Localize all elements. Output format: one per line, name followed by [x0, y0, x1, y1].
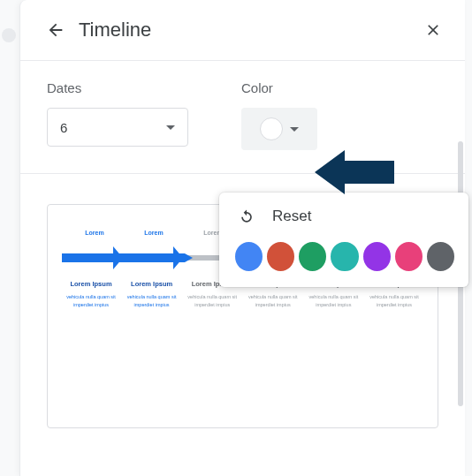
color-swatch[interactable]: [267, 242, 294, 271]
background-decoration: [2, 28, 16, 42]
chevron-down-icon: [290, 127, 299, 132]
divider: [20, 173, 465, 174]
preview-header: Lorem: [126, 230, 181, 236]
preview-column: Lorem Ipsumvehicula nulla quam sit imper…: [125, 280, 179, 309]
dates-label: Dates: [47, 80, 188, 95]
reset-label: Reset: [272, 208, 311, 225]
close-button[interactable]: [419, 16, 447, 44]
reset-row[interactable]: Reset: [233, 207, 454, 226]
color-swatch[interactable]: [235, 242, 263, 271]
color-swatch[interactable]: [299, 242, 326, 271]
color-select[interactable]: [241, 108, 317, 150]
annotation-arrow-icon: [315, 150, 394, 194]
dates-value: 6: [60, 120, 67, 135]
current-color-swatch: [260, 117, 283, 140]
panel-header: Timeline: [20, 0, 465, 61]
color-label: Color: [241, 80, 317, 95]
controls-row: Dates 6 Color: [20, 61, 465, 173]
color-swatch-row: [233, 242, 454, 271]
dates-group: Dates 6: [47, 80, 188, 150]
close-icon: [424, 21, 442, 39]
arrow-left-icon: [46, 20, 65, 40]
panel-title: Timeline: [79, 19, 419, 42]
back-button[interactable]: [42, 16, 70, 44]
preview-column: Lorem Ipsumvehicula nulla quam sit imper…: [64, 280, 118, 309]
color-swatch[interactable]: [395, 242, 423, 271]
color-swatch[interactable]: [363, 242, 391, 271]
color-group: Color: [241, 80, 317, 150]
chevron-down-icon: [166, 125, 175, 130]
color-swatch[interactable]: [331, 242, 358, 271]
reset-icon: [237, 207, 256, 226]
svg-marker-0: [315, 150, 394, 194]
color-popover: Reset: [219, 193, 468, 287]
preview-header: Lorem: [67, 230, 122, 236]
color-swatch[interactable]: [427, 242, 454, 271]
dates-select[interactable]: 6: [47, 108, 188, 147]
